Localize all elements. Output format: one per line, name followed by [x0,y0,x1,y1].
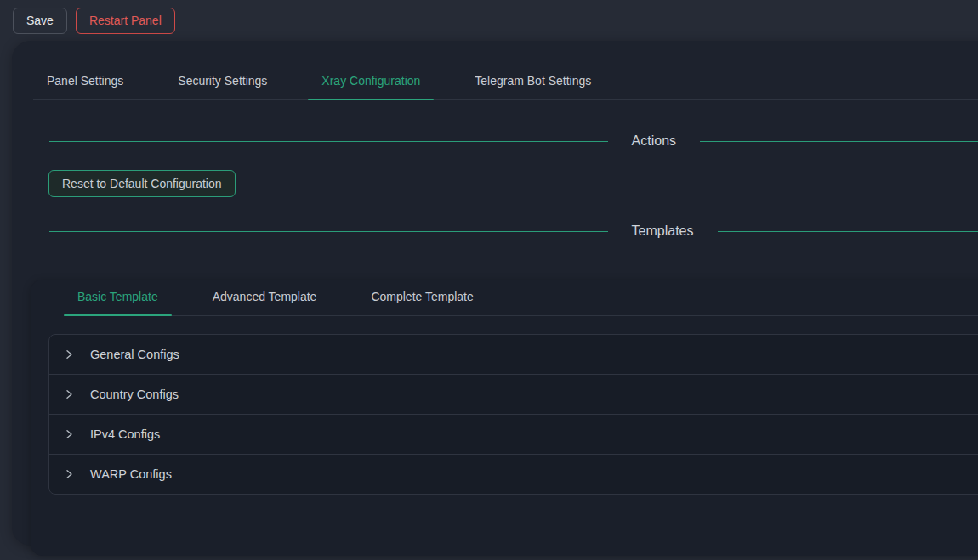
tab-complete-template[interactable]: Complete Template [357,280,486,315]
save-button[interactable]: Save [13,8,67,34]
collapse-item-warp-configs: WARP Configs [49,454,978,494]
divider-line [700,141,978,142]
actions-divider: Actions [49,133,978,149]
collapse-item-label: General Configs [90,348,179,361]
tab-basic-template[interactable]: Basic Template [64,280,172,315]
tab-security-settings[interactable]: Security Settings [164,64,281,99]
restart-panel-button[interactable]: Restart Panel [76,8,175,34]
templates-section-title: Templates [608,223,718,239]
chevron-right-icon [64,429,74,439]
collapse-item-country-configs: Country Configs [49,374,978,414]
tab-advanced-template[interactable]: Advanced Template [199,280,331,315]
collapse-item-ipv4-configs: IPv4 Configs [49,414,978,454]
top-toolbar: Save Restart Panel [0,0,978,41]
reset-default-config-button[interactable]: Reset to Default Configuration [48,170,236,197]
templates-card: Basic Template Advanced Template Complet… [31,280,978,556]
collapse-item-general-configs: General Configs [49,335,978,374]
ipv4-configs-header[interactable]: IPv4 Configs [49,415,978,454]
divider-line [49,141,608,142]
template-tabs: Basic Template Advanced Template Complet… [64,280,978,316]
general-configs-header[interactable]: General Configs [49,335,978,374]
settings-tabs: Panel Settings Security Settings Xray Co… [33,64,978,100]
tab-panel-settings[interactable]: Panel Settings [33,64,137,99]
chevron-right-icon [64,349,74,359]
collapse-item-label: WARP Configs [90,467,172,481]
divider-line [49,231,608,232]
collapse-item-label: IPv4 Configs [90,427,160,441]
tab-telegram-bot-settings[interactable]: Telegram Bot Settings [461,64,605,99]
templates-divider: Templates [49,223,978,239]
config-collapse-list: General Configs Country Configs IPv4 Con… [48,334,978,495]
divider-line [718,231,978,232]
collapse-item-label: Country Configs [90,387,179,401]
tab-xray-configuration[interactable]: Xray Configuration [308,64,434,99]
warp-configs-header[interactable]: WARP Configs [49,455,978,494]
chevron-right-icon [64,389,74,399]
actions-section-title: Actions [608,133,700,149]
chevron-right-icon [64,469,74,479]
settings-card: Panel Settings Security Settings Xray Co… [12,41,978,546]
country-configs-header[interactable]: Country Configs [49,375,978,414]
